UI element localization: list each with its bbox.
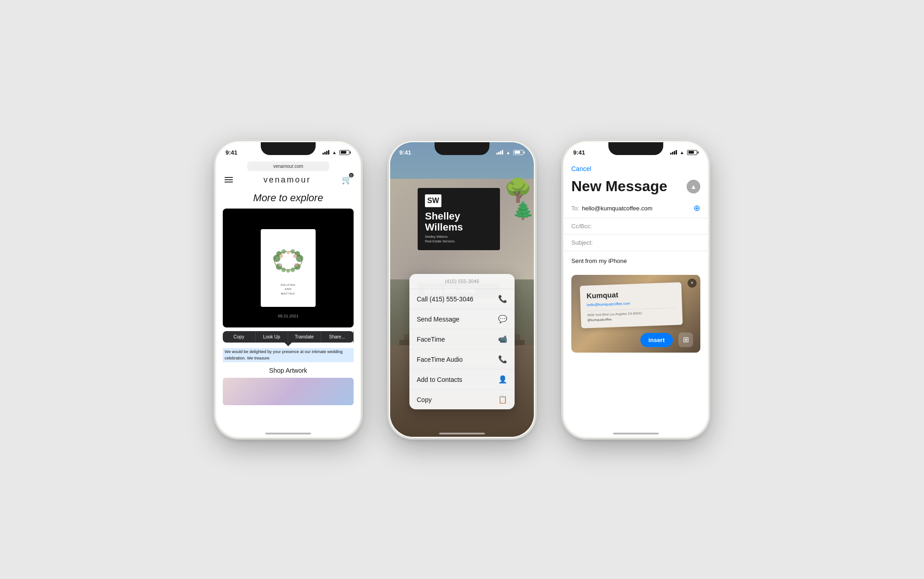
menu-item-5[interactable]: Copy📋 (409, 390, 515, 409)
notch-2 (435, 142, 489, 155)
status-icons-2: ▲ (496, 150, 525, 155)
status-icons-3: ▲ (670, 150, 698, 155)
notch-1 (261, 142, 316, 155)
mail-body[interactable]: Sent from my iPhone (564, 251, 708, 271)
svg-point-15 (279, 263, 282, 266)
menu-item-label: FaceTime (417, 336, 445, 343)
menu-item-icon: 📞 (498, 355, 507, 364)
url-bar[interactable]: venamour.com (216, 160, 360, 173)
menu-item-icon: 📹 (498, 335, 507, 343)
menu-item-icon: 📞 (498, 295, 507, 303)
tree-decoration-2: 🌲 (512, 202, 534, 219)
tree-decoration: 🌳 (504, 179, 532, 202)
sign-subtitle: Shelley Willems Real Estate Services (425, 235, 493, 244)
promo-banner (223, 378, 354, 405)
svg-point-12 (279, 254, 283, 258)
send-button[interactable]: ▲ (687, 180, 700, 193)
to-field[interactable]: To: hello@kumquatcoffee.com ⊕ (564, 198, 708, 218)
popup-menu-list: Call (415) 555-3046📞Send Message💬FaceTim… (409, 289, 515, 409)
card-date: 09.21.2021 (278, 314, 298, 318)
shop-label[interactable]: Shop Artwork (216, 367, 360, 374)
action-popup: (415) 555-3046 Call (415) 555-3046📞Send … (409, 274, 515, 409)
mail-header: Cancel (564, 160, 708, 175)
close-attachment-button[interactable]: × (688, 279, 697, 288)
to-value: hello@kumquatcoffee.com (582, 205, 693, 212)
wifi-icon: ▲ (332, 150, 337, 155)
menu-item-icon: 💬 (498, 315, 507, 323)
context-menu[interactable]: Copy Look Up Translate Share... (223, 331, 354, 343)
svg-point-4 (290, 249, 295, 254)
status-icons-1: ▲ (322, 150, 351, 155)
cart-badge: 0 (349, 173, 354, 177)
phone-3-mail: 9:41 ▲ Cancel (563, 141, 709, 438)
subject-field[interactable]: Subject: (564, 235, 708, 251)
svg-point-6 (296, 255, 303, 262)
compose-title: New Message ▲ (564, 175, 708, 198)
wifi-icon-2: ▲ (506, 150, 510, 155)
menu-item-icon: 📋 (498, 395, 507, 404)
phone-1-safari: 9:41 ▲ venamour.com (215, 141, 361, 438)
svg-point-16 (287, 252, 290, 254)
card-email: hello@kumquatcoffee.com (587, 300, 676, 307)
menu-item-1[interactable]: Send Message💬 (409, 309, 515, 329)
phone-2-camera: 9:41 ▲ SW (389, 141, 535, 438)
battery-icon-3 (687, 150, 698, 155)
home-indicator-1 (265, 433, 311, 434)
svg-point-10 (281, 268, 286, 272)
invitation-preview: DELFINA AND MATTEO (261, 229, 316, 307)
svg-point-13 (293, 254, 297, 258)
page-heading: More to explore (216, 188, 360, 209)
nav-bar: venamour 🛒 0 (216, 173, 360, 188)
body-text: Sent from my iPhone (571, 257, 627, 264)
home-indicator-2 (439, 433, 485, 434)
menu-caret (285, 343, 292, 346)
selected-text: We would be delighted by your presence a… (223, 348, 354, 362)
menu-item-4[interactable]: Add to Contacts👤 (409, 370, 515, 390)
business-card: Kumquat hello@kumquatcoffee.com 4936 Yor… (580, 282, 682, 328)
menu-item-label: Add to Contacts (417, 376, 462, 383)
cc-field[interactable]: Cc/Bcc: (564, 218, 708, 235)
card-logo: Kumquat (586, 289, 676, 300)
subject-label: Subject: (571, 239, 593, 246)
menu-item-label: Call (415) 555-3046 (417, 295, 473, 303)
wifi-icon-3: ▲ (680, 150, 684, 155)
cart-icon[interactable]: 🛒 0 (342, 175, 352, 185)
real-estate-sign: SW Shelley Willems Shelley Willems Real … (418, 188, 500, 250)
menu-item-3[interactable]: FaceTime Audio📞 (409, 349, 515, 370)
menu-item-label: Send Message (417, 316, 459, 323)
sign-initials: SW (425, 194, 441, 207)
battery-icon-2 (513, 150, 525, 155)
url-input[interactable]: venamour.com (247, 161, 329, 171)
to-label: To: (571, 205, 579, 212)
new-message-title: New Message (571, 178, 667, 195)
add-recipient-button[interactable]: ⊕ (693, 203, 700, 213)
product-card[interactable]: DELFINA AND MATTEO 09.21.2021 (223, 209, 354, 327)
insert-button[interactable]: insert (640, 333, 673, 347)
cancel-button[interactable]: Cancel (571, 162, 700, 175)
menu-item-label: FaceTime Audio (417, 356, 463, 363)
home-indicator-3 (613, 433, 659, 434)
svg-point-9 (286, 269, 290, 273)
svg-point-3 (281, 249, 286, 254)
context-share[interactable]: Share... (321, 331, 354, 343)
menu-item-label: Copy (417, 396, 432, 403)
time-1: 9:41 (226, 149, 237, 156)
context-lookup[interactable]: Look Up (256, 331, 289, 343)
signal-icon-2 (496, 150, 503, 155)
site-logo: venamour (263, 175, 311, 185)
time-2: 9:41 (399, 149, 411, 156)
svg-point-14 (295, 263, 297, 266)
menu-icon[interactable] (225, 177, 233, 182)
menu-item-0[interactable]: Call (415) 555-3046📞 (409, 289, 515, 309)
attachment-area: Kumquat hello@kumquatcoffee.com 4936 Yor… (571, 275, 700, 353)
scan-button[interactable]: ⊞ (678, 332, 693, 347)
context-translate[interactable]: Translate (288, 331, 321, 343)
battery-icon (339, 150, 351, 155)
menu-item-2[interactable]: FaceTime📹 (409, 329, 515, 349)
signal-icon (322, 150, 329, 155)
sign-name: Shelley Willems (425, 211, 493, 233)
context-copy[interactable]: Copy (223, 331, 256, 343)
popup-header: (415) 555-3046 (409, 274, 515, 289)
menu-item-icon: 👤 (498, 375, 507, 384)
signal-icon-3 (670, 150, 677, 155)
